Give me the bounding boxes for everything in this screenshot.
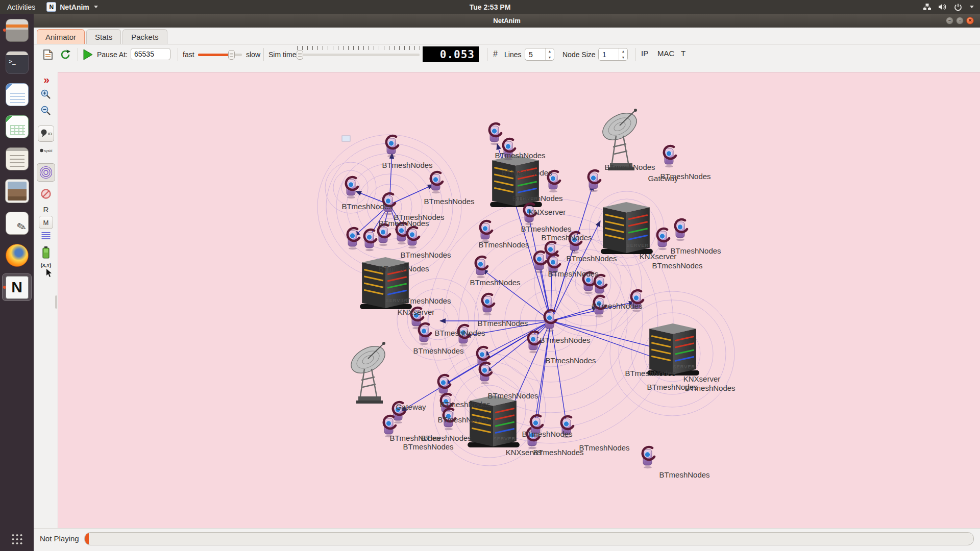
node-label: BTmeshNodes [592,302,642,310]
btmesh-phone-node[interactable] [589,170,600,192]
node-label: BTmeshNodes [478,240,529,249]
spinner-up-icon[interactable]: ▲ [546,48,554,55]
node-label: BTmeshNodes [660,172,710,181]
dock-item-text-editor[interactable] [3,145,31,172]
gateway-satellite-node[interactable] [598,108,641,170]
spinner-down-icon[interactable]: ▼ [619,55,627,61]
block-packets-icon[interactable] [40,188,52,199]
node-label: BTmeshNodes [400,296,451,305]
animation-canvas[interactable]: SERVER [58,72,980,528]
speed-slider[interactable] [198,54,242,56]
node-label: KNXserver [398,308,435,316]
zoom-in-button[interactable] [40,89,52,100]
btmesh-phone-node[interactable] [348,228,359,249]
sim-time-slider[interactable] [297,54,420,56]
activities-button[interactable]: Activities [7,3,35,11]
speed-slider-handle[interactable] [228,50,235,60]
tab-packets[interactable]: Packets [122,29,167,44]
btmesh-phone-node[interactable] [675,219,687,241]
btmesh-phone-node[interactable] [476,257,487,278]
show-node-id-button[interactable]: T [681,49,685,58]
server-node[interactable] [647,323,699,375]
routing-table-icon[interactable] [42,232,51,239]
node-label: BTmeshNodes [540,336,590,344]
volume-icon [938,3,947,11]
dock-item-image-viewer[interactable] [3,178,31,204]
minimize-button[interactable]: − [946,17,953,24]
node-label: BTmeshNodes [439,400,490,409]
reset-button[interactable]: R [43,205,49,214]
server-node[interactable] [601,202,653,254]
netanim-window: NetAnim − ▫ ✕ Animator Stats Packets [34,14,980,551]
show-applications-button[interactable] [11,533,23,545]
btmesh-phone-node[interactable] [364,230,376,251]
tab-animator[interactable]: Animator [37,29,85,44]
node-label: BTmeshNodes [670,246,721,255]
writer-icon [6,83,29,106]
grid-icon[interactable]: # [493,49,498,59]
app-menu[interactable]: N NetAnim [46,2,98,12]
spinner-up-icon[interactable]: ▲ [619,48,627,55]
toolbar-separator [178,48,178,61]
fast-label: fast [183,51,194,59]
dock-item-document-editor[interactable] [3,210,31,236]
btmesh-phone-node[interactable] [378,224,390,246]
gateway-satellite-node[interactable] [347,341,389,404]
battery-icon[interactable] [42,246,50,259]
system-tray[interactable] [923,3,974,11]
open-file-button[interactable] [42,48,54,61]
fast-forward-icon[interactable]: » [43,73,48,86]
btmesh-phone-node[interactable] [480,221,492,242]
btmesh-phone-node[interactable] [482,294,494,315]
btmesh-phone-node[interactable] [528,332,540,353]
btmesh-phone-node[interactable] [664,146,676,167]
packet-arrow [486,321,551,372]
close-button[interactable]: ✕ [966,17,974,24]
status-bar: Not Playing [34,528,980,548]
sim-time-slider-handle[interactable] [297,50,303,60]
node-label: BTmeshNodes [545,356,596,365]
node-label: BTmeshNodes [521,224,571,233]
btmesh-phone-node[interactable] [407,227,419,248]
slow-label: slow [246,51,260,59]
node-size-spinbox[interactable]: 1 ▲ ▼ [598,48,628,61]
play-button[interactable] [83,49,93,60]
netanim-app-icon: N [46,2,56,12]
spinner-down-icon[interactable]: ▼ [546,55,554,61]
btmesh-phone-node[interactable] [595,275,606,296]
dock-item-netanim[interactable]: N [3,274,31,300]
btmesh-phone-node[interactable] [431,172,443,193]
title-bar[interactable]: NetAnim − ▫ ✕ [34,14,980,28]
chevron-down-icon [94,6,98,8]
btmesh-phone-node[interactable] [419,323,431,345]
show-ip-button[interactable]: IP [641,49,648,58]
toolbar-separator [78,48,78,61]
dock-item-files[interactable] [3,17,31,43]
mobility-button[interactable]: M [39,216,53,229]
toolbar-separator [263,48,264,61]
top-bar: Activities N NetAnim Tue 2:53 PM [0,0,980,14]
node-label: BTmeshNodes [541,233,592,242]
lines-spinbox[interactable]: 5 ▲ ▼ [525,48,554,61]
dock-item-terminal[interactable] [3,49,31,76]
reload-button[interactable] [59,48,71,61]
tab-stats[interactable]: Stats [86,29,121,44]
show-position-toggle[interactable]: (X,Y) [41,263,52,268]
dock-item-calc[interactable] [3,113,31,140]
maximize-button[interactable]: ▫ [956,17,964,24]
node-id-button[interactable]: ID [38,126,54,142]
node-label: BTmeshNodes [625,369,675,378]
node-label: BTmeshNodes [512,194,562,203]
pause-at-input[interactable] [131,48,170,60]
sysid-toggle[interactable]: sysid [40,148,53,153]
btmesh-phone-node[interactable] [643,447,654,468]
clock[interactable]: Tue 2:53 PM [470,3,511,11]
btmesh-phone-node[interactable] [489,123,501,145]
wireless-circles-button[interactable] [37,163,55,182]
zoom-out-button[interactable] [40,105,52,116]
splitter-handle[interactable] [55,295,57,309]
dock-item-writer[interactable] [3,81,31,108]
dock-item-firefox[interactable] [3,242,31,268]
node-label: BTmeshNodes [566,254,617,263]
show-mac-button[interactable]: MAC [657,49,674,58]
